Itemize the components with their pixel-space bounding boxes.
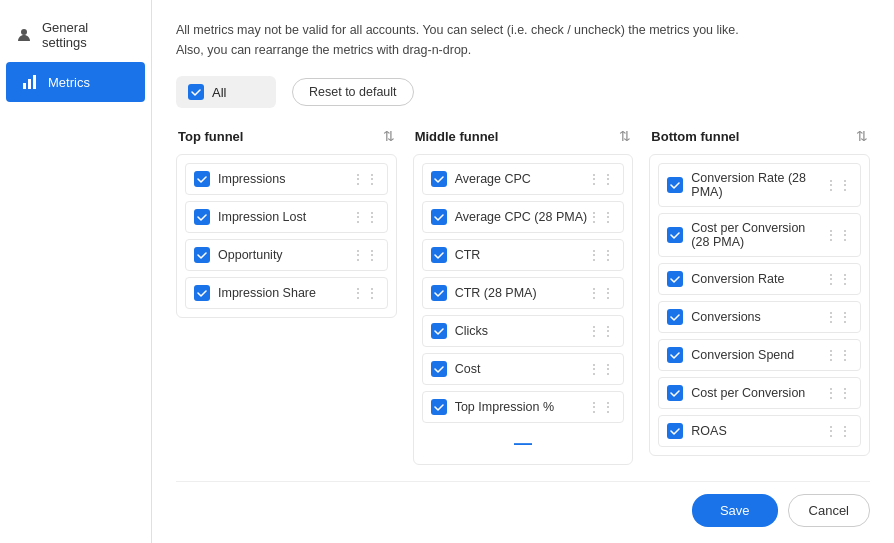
metric-label: Conversion Rate (28 PMA) (691, 171, 824, 199)
metric-checkbox[interactable] (667, 227, 683, 243)
drag-handle-icon[interactable]: ⋮⋮ (351, 171, 379, 187)
sort-icon-middle-funnel[interactable]: ⇅ (619, 128, 631, 144)
cancel-button[interactable]: Cancel (788, 494, 870, 527)
drag-handle-icon[interactable]: ⋮⋮ (587, 399, 615, 415)
metric-label: Cost per Conversion (691, 386, 805, 400)
metric-checkbox[interactable] (431, 399, 447, 415)
metric-checkbox[interactable] (667, 385, 683, 401)
drag-handle-icon[interactable]: ⋮⋮ (587, 361, 615, 377)
drag-handle-icon[interactable]: ⋮⋮ (824, 423, 852, 439)
metric-item[interactable]: Impression Lost⋮⋮ (185, 201, 388, 233)
metric-item[interactable]: Cost⋮⋮ (422, 353, 625, 385)
drag-handle-icon[interactable]: ⋮⋮ (587, 171, 615, 187)
drag-handle-icon[interactable]: ⋮⋮ (587, 285, 615, 301)
sidebar: General settingsMetrics (0, 0, 152, 543)
metric-item[interactable]: CTR (28 PMA)⋮⋮ (422, 277, 625, 309)
metric-checkbox[interactable] (431, 209, 447, 225)
metric-item[interactable]: ROAS⋮⋮ (658, 415, 861, 447)
metric-item[interactable]: Cost per Conversion⋮⋮ (658, 377, 861, 409)
metric-label: Average CPC (455, 172, 531, 186)
scroll-indicator: — (422, 429, 625, 456)
main-content: All metrics may not be valid for all acc… (152, 0, 894, 543)
save-button[interactable]: Save (692, 494, 778, 527)
metric-item[interactable]: Average CPC (28 PMA)⋮⋮ (422, 201, 625, 233)
metric-checkbox[interactable] (431, 171, 447, 187)
funnel-header-middle-funnel: Middle funnel⇅ (413, 128, 634, 144)
metric-checkbox[interactable] (194, 171, 210, 187)
drag-handle-icon[interactable]: ⋮⋮ (824, 385, 852, 401)
metric-checkbox[interactable] (431, 285, 447, 301)
metric-item[interactable]: Conversion Rate⋮⋮ (658, 263, 861, 295)
metric-label: Conversions (691, 310, 760, 324)
metric-checkbox[interactable] (194, 209, 210, 225)
drag-handle-icon[interactable]: ⋮⋮ (587, 247, 615, 263)
description-text: All metrics may not be valid for all acc… (176, 20, 870, 60)
svg-rect-1 (23, 83, 26, 89)
drag-handle-icon[interactable]: ⋮⋮ (351, 247, 379, 263)
all-checkbox[interactable] (188, 84, 204, 100)
funnel-title-middle-funnel: Middle funnel (415, 129, 499, 144)
funnel-header-bottom-funnel: Bottom funnel⇅ (649, 128, 870, 144)
funnel-col-top-funnel: Top funnel⇅Impressions⋮⋮Impression Lost⋮… (176, 128, 397, 465)
metric-item[interactable]: Impression Share⋮⋮ (185, 277, 388, 309)
metric-checkbox[interactable] (667, 271, 683, 287)
metric-label: Cost (455, 362, 481, 376)
sidebar-item-label: General settings (42, 20, 135, 50)
reset-default-button[interactable]: Reset to default (292, 78, 414, 106)
metric-item[interactable]: CTR⋮⋮ (422, 239, 625, 271)
drag-handle-icon[interactable]: ⋮⋮ (351, 285, 379, 301)
sidebar-item-general-settings[interactable]: General settings (0, 8, 151, 62)
drag-handle-icon[interactable]: ⋮⋮ (824, 347, 852, 363)
metric-item[interactable]: Cost per Conversion (28 PMA)⋮⋮ (658, 213, 861, 257)
drag-handle-icon[interactable]: ⋮⋮ (351, 209, 379, 225)
sidebar-item-metrics[interactable]: Metrics (6, 62, 145, 102)
metric-item[interactable]: Conversions⋮⋮ (658, 301, 861, 333)
metric-item[interactable]: Top Impression %⋮⋮ (422, 391, 625, 423)
metric-label: Clicks (455, 324, 488, 338)
metric-item[interactable]: Clicks⋮⋮ (422, 315, 625, 347)
metric-item[interactable]: Average CPC⋮⋮ (422, 163, 625, 195)
metric-item[interactable]: Conversion Rate (28 PMA)⋮⋮ (658, 163, 861, 207)
metric-label: Conversion Rate (691, 272, 784, 286)
drag-handle-icon[interactable]: ⋮⋮ (587, 323, 615, 339)
metric-item[interactable]: Impressions⋮⋮ (185, 163, 388, 195)
svg-rect-2 (28, 79, 31, 89)
drag-handle-icon[interactable]: ⋮⋮ (824, 177, 852, 193)
metric-checkbox[interactable] (194, 247, 210, 263)
funnels-row: Top funnel⇅Impressions⋮⋮Impression Lost⋮… (176, 128, 870, 465)
drag-handle-icon[interactable]: ⋮⋮ (587, 209, 615, 225)
funnel-title-top-funnel: Top funnel (178, 129, 243, 144)
metric-checkbox[interactable] (431, 361, 447, 377)
metric-label: ROAS (691, 424, 726, 438)
metric-checkbox[interactable] (667, 309, 683, 325)
controls-row: All Reset to default (176, 76, 870, 108)
metric-checkbox[interactable] (667, 177, 683, 193)
all-checkbox-container[interactable]: All (176, 76, 276, 108)
funnel-items-bottom-funnel: Conversion Rate (28 PMA)⋮⋮Cost per Conve… (649, 154, 870, 456)
sidebar-item-label: Metrics (48, 75, 90, 90)
all-label: All (212, 85, 226, 100)
metric-label: Average CPC (28 PMA) (455, 210, 587, 224)
drag-handle-icon[interactable]: ⋮⋮ (824, 271, 852, 287)
drag-handle-icon[interactable]: ⋮⋮ (824, 227, 852, 243)
metric-label: Impressions (218, 172, 285, 186)
metric-label: Conversion Spend (691, 348, 794, 362)
metric-checkbox[interactable] (431, 247, 447, 263)
drag-handle-icon[interactable]: ⋮⋮ (824, 309, 852, 325)
sort-icon-bottom-funnel[interactable]: ⇅ (856, 128, 868, 144)
metric-item[interactable]: Conversion Spend⋮⋮ (658, 339, 861, 371)
sort-icon-top-funnel[interactable]: ⇅ (383, 128, 395, 144)
metric-checkbox[interactable] (667, 347, 683, 363)
funnel-col-bottom-funnel: Bottom funnel⇅Conversion Rate (28 PMA)⋮⋮… (649, 128, 870, 465)
chart-icon (22, 74, 38, 90)
person-icon (16, 27, 32, 43)
funnel-col-middle-funnel: Middle funnel⇅Average CPC⋮⋮Average CPC (… (413, 128, 634, 465)
metric-item[interactable]: Opportunity⋮⋮ (185, 239, 388, 271)
funnel-items-top-funnel: Impressions⋮⋮Impression Lost⋮⋮Opportunit… (176, 154, 397, 318)
metric-label: Impression Share (218, 286, 316, 300)
metric-checkbox[interactable] (667, 423, 683, 439)
metric-label: Opportunity (218, 248, 283, 262)
metric-checkbox[interactable] (431, 323, 447, 339)
funnel-items-middle-funnel: Average CPC⋮⋮Average CPC (28 PMA)⋮⋮CTR⋮⋮… (413, 154, 634, 465)
metric-checkbox[interactable] (194, 285, 210, 301)
